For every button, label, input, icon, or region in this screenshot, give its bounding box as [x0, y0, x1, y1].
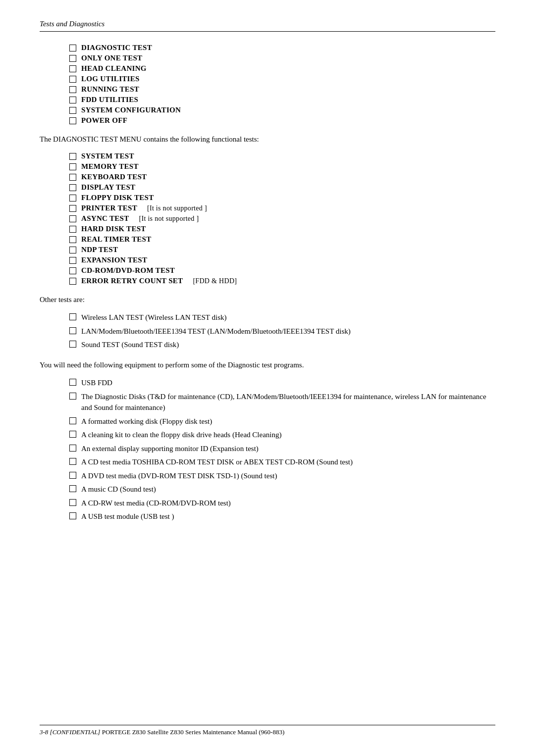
checkbox-icon-external-display — [69, 445, 76, 452]
menu-item-fdd-utilities: FDD UTILITIES — [69, 96, 495, 104]
other-tests-list: Wireless LAN TEST (Wireless LAN TEST dis… — [69, 312, 495, 351]
equipment-item-text-dvd-test-media: A DVD test media (DVD-ROM TEST DISK TSD-… — [81, 470, 495, 482]
diag-item-label-async-test: ASYNC TEST — [81, 214, 129, 223]
equipment-item-text-usb-fdd: USB FDD — [81, 377, 495, 389]
diag-item-error-retry-count-set: ERROR RETRY COUNT SET[FDD & HDD] — [69, 277, 495, 285]
diag-item-expansion-test: EXPANSION TEST — [69, 256, 495, 264]
diag-item-content-keyboard-test: KEYBOARD TEST — [81, 173, 147, 181]
diag-item-note-printer-test: [It is not supported ] — [147, 204, 207, 212]
diag-item-content-display-test: DISPLAY TEST — [81, 183, 135, 192]
checkbox-icon-log-utilities — [69, 76, 76, 83]
checkbox-icon-keyboard-test — [69, 174, 76, 181]
header-title: Tests and Diagnostics — [40, 20, 105, 28]
diagnostic-intro: The DIAGNOSTIC TEST MENU contains the fo… — [40, 134, 495, 145]
diag-item-printer-test: PRINTER TEST[It is not supported ] — [69, 204, 495, 212]
checkbox-icon-ndp-test — [69, 247, 76, 253]
diag-item-note-error-retry-count-set: [FDD & HDD] — [193, 277, 237, 285]
checkbox-icon-head-cleaning — [69, 65, 76, 72]
diag-item-label-error-retry-count-set: ERROR RETRY COUNT SET — [81, 277, 183, 285]
diag-item-content-ndp-test: NDP TEST — [81, 246, 118, 254]
diag-item-label-floppy-disk-test: FLOPPY DISK TEST — [81, 194, 154, 202]
checkbox-icon-memory-test — [69, 163, 76, 170]
diag-item-label-real-timer-test: REAL TIMER TEST — [81, 235, 152, 244]
equipment-item-cd-rw-media: A CD-RW test media (CD-ROM/DVD-ROM test) — [69, 498, 495, 509]
diag-item-memory-test: MEMORY TEST — [69, 162, 495, 171]
equipment-item-text-formatted-disk: A formatted working disk (Floppy disk te… — [81, 416, 495, 427]
diag-item-label-display-test: DISPLAY TEST — [81, 183, 135, 192]
equipment-item-dvd-test-media: A DVD test media (DVD-ROM TEST DISK TSD-… — [69, 470, 495, 482]
checkbox-icon-expansion-test — [69, 257, 76, 264]
checkbox-icon-fdd-utilities — [69, 97, 76, 103]
diag-item-content-error-retry-count-set: ERROR RETRY COUNT SET[FDD & HDD] — [81, 277, 237, 285]
diag-item-label-hard-disk-test: HARD DISK TEST — [81, 225, 146, 233]
diag-item-content-real-timer-test: REAL TIMER TEST — [81, 235, 152, 244]
equipment-list: USB FDDThe Diagnostic Disks (T&D for mai… — [69, 377, 495, 522]
diag-item-keyboard-test: KEYBOARD TEST — [69, 173, 495, 181]
checkbox-icon-system-test — [69, 153, 76, 160]
menu-item-label-system-configuration: SYSTEM CONFIGURATION — [81, 106, 181, 114]
checkbox-icon-floppy-disk-test — [69, 195, 76, 202]
menu-item-power-off: POWER OFF — [69, 116, 495, 125]
other-test-sound-test: Sound TEST (Sound TEST disk) — [69, 339, 495, 351]
equipment-item-music-cd: A music CD (Sound test) — [69, 484, 495, 495]
checkbox-icon-printer-test — [69, 205, 76, 212]
diag-item-ndp-test: NDP TEST — [69, 246, 495, 254]
menu-item-label-power-off: POWER OFF — [81, 116, 127, 125]
menu-item-label-fdd-utilities: FDD UTILITIES — [81, 96, 138, 104]
main-menu-list: DIAGNOSTIC TESTONLY ONE TESTHEAD CLEANIN… — [69, 44, 495, 125]
diag-item-label-memory-test: MEMORY TEST — [81, 162, 139, 171]
checkbox-icon-sound-test — [69, 341, 76, 348]
checkbox-icon-cd-rw-media — [69, 499, 76, 506]
checkbox-icon-dvd-test-media — [69, 472, 76, 479]
other-test-text-sound-test: Sound TEST (Sound TEST disk) — [81, 339, 179, 351]
equipment-item-text-cleaning-kit: A cleaning kit to clean the floppy disk … — [81, 429, 495, 441]
equipment-item-usb-test-module: A USB test module (USB test ) — [69, 511, 495, 522]
checkbox-icon-cleaning-kit — [69, 431, 76, 438]
equipment-item-cleaning-kit: A cleaning kit to clean the floppy disk … — [69, 429, 495, 441]
diag-item-cd-rom-dvd-rom-test: CD-ROM/DVD-ROM TEST — [69, 266, 495, 275]
checkbox-icon-async-test — [69, 215, 76, 222]
checkbox-icon-error-retry-count-set — [69, 278, 76, 285]
diag-item-label-system-test: SYSTEM TEST — [81, 152, 134, 160]
menu-item-system-configuration: SYSTEM CONFIGURATION — [69, 106, 495, 114]
equipment-item-diagnostic-disks: The Diagnostic Disks (T&D for maintenanc… — [69, 391, 495, 413]
other-test-text-wireless-lan: Wireless LAN TEST (Wireless LAN TEST dis… — [81, 312, 226, 323]
checkbox-icon-lan-modem — [69, 327, 76, 334]
diag-item-content-expansion-test: EXPANSION TEST — [81, 256, 147, 264]
equipment-item-usb-fdd: USB FDD — [69, 377, 495, 389]
footer-page-ref: 3-8 [CONFIDENTIAL] — [40, 728, 100, 736]
diag-item-label-keyboard-test: KEYBOARD TEST — [81, 173, 147, 181]
diag-item-content-floppy-disk-test: FLOPPY DISK TEST — [81, 194, 154, 202]
diag-item-label-expansion-test: EXPANSION TEST — [81, 256, 147, 264]
diag-item-content-cd-rom-dvd-rom-test: CD-ROM/DVD-ROM TEST — [81, 266, 175, 275]
other-test-wireless-lan: Wireless LAN TEST (Wireless LAN TEST dis… — [69, 312, 495, 323]
menu-item-running-test: RUNNING TEST — [69, 85, 495, 94]
diag-item-note-async-test: [It is not supported ] — [139, 215, 199, 223]
other-test-lan-modem: LAN/Modem/Bluetooth/IEEE1394 TEST (LAN/M… — [69, 326, 495, 337]
checkbox-icon-usb-test-module — [69, 512, 76, 519]
checkbox-icon-real-timer-test — [69, 236, 76, 243]
checkbox-icon-power-off — [69, 117, 76, 124]
diag-item-real-timer-test: REAL TIMER TEST — [69, 235, 495, 244]
equipment-item-formatted-disk: A formatted working disk (Floppy disk te… — [69, 416, 495, 427]
checkbox-icon-hard-disk-test — [69, 226, 76, 233]
equipment-item-text-music-cd: A music CD (Sound test) — [81, 484, 495, 495]
checkbox-icon-only-one-test — [69, 55, 76, 62]
diagnostic-menu-list: SYSTEM TESTMEMORY TESTKEYBOARD TESTDISPL… — [69, 152, 495, 285]
menu-item-only-one-test: ONLY ONE TEST — [69, 54, 495, 62]
checkbox-icon-diagnostic-test — [69, 45, 76, 51]
diag-item-label-cd-rom-dvd-rom-test: CD-ROM/DVD-ROM TEST — [81, 266, 175, 275]
checkbox-icon-running-test — [69, 86, 76, 93]
equipment-item-text-diagnostic-disks: The Diagnostic Disks (T&D for maintenanc… — [81, 391, 495, 413]
diag-item-content-memory-test: MEMORY TEST — [81, 162, 139, 171]
checkbox-icon-cd-rom-dvd-rom-test — [69, 267, 76, 274]
diag-item-display-test: DISPLAY TEST — [69, 183, 495, 192]
equipment-item-external-display: An external display supporting monitor I… — [69, 443, 495, 454]
checkbox-icon-display-test — [69, 184, 76, 191]
diag-item-floppy-disk-test: FLOPPY DISK TEST — [69, 194, 495, 202]
equipment-item-cd-test-media: A CD test media TOSHIBA CD-ROM TEST DISK… — [69, 456, 495, 468]
checkbox-icon-system-configuration — [69, 107, 76, 114]
menu-item-label-running-test: RUNNING TEST — [81, 85, 139, 94]
checkbox-icon-wireless-lan — [69, 313, 76, 320]
footer-doc-title-text: PORTEGE Z830 Satellite Z830 Series Maint… — [102, 728, 285, 736]
